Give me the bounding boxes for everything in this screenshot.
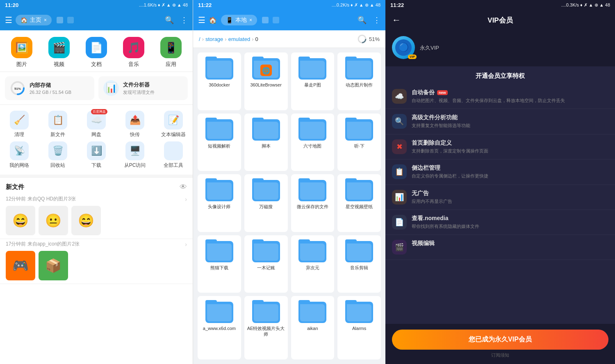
tab-icon-1[interactable]: [57, 17, 63, 23]
tool-transfer-icon: 📤: [125, 111, 144, 130]
folder-icon-f14: [252, 239, 280, 262]
menu-icon-1[interactable]: ☰: [5, 15, 12, 25]
tool-all[interactable]: 全部工具: [157, 141, 190, 169]
folder-name-f3: 暴走P图: [304, 82, 321, 88]
vip-username-wrap: 永久VIP: [420, 43, 439, 52]
file-group-2-arrow[interactable]: ›: [185, 241, 187, 248]
thumb-2[interactable]: 😐: [39, 206, 68, 235]
benefit-videoeditor[interactable]: 🎬视频编辑: [385, 235, 615, 260]
thumb-3[interactable]: 😄: [71, 206, 101, 235]
file-cell-f13[interactable]: 熊猫下载: [198, 235, 241, 293]
time-3: 11:22: [390, 2, 404, 8]
tool-trash-icon: 🗑️: [48, 141, 67, 160]
file-cell-f10[interactable]: 万磁搜: [244, 174, 288, 232]
tab2-icon-1[interactable]: [262, 17, 269, 23]
tool-all-label: 全部工具: [164, 162, 183, 169]
benefit-sidebar[interactable]: 📋侧边栏管理自定义你的专属侧边栏，让操作更快捷: [385, 159, 615, 184]
file-cell-f14[interactable]: 一木记账: [244, 235, 288, 293]
file-cell-f16[interactable]: 音乐剪辑: [337, 235, 381, 293]
local-tab[interactable]: 📱 本地 ×: [221, 15, 257, 25]
signals-3: ....0.3K/s ♦ ✗ ▲ ⊕ ▲ 48: [561, 2, 610, 8]
folder-icon-f1: [205, 57, 233, 80]
file-group-1-arrow[interactable]: ›: [185, 196, 187, 202]
more-icon-2[interactable]: ⋮: [373, 16, 380, 25]
file-cell-f2[interactable]: 🌐360LiteBrowser: [244, 52, 288, 110]
cat-video[interactable]: 🎬 视频: [48, 37, 70, 68]
file-cell-f20[interactable]: Alarms: [337, 296, 381, 359]
home-tab-close[interactable]: ×: [44, 17, 47, 23]
tool-pc[interactable]: 🖥️ 从PC访问: [118, 141, 151, 169]
local-tab-icon: 📱: [226, 17, 233, 23]
tool-editor[interactable]: 📝 文本编辑器: [157, 111, 190, 138]
file-cell-f19[interactable]: aikan: [291, 296, 335, 359]
benefit-home[interactable]: ✖首页删除自定义支持删除首页，深度定制专属操作页面: [385, 134, 615, 159]
tool-netdisk[interactable]: ☁️ 百度网盘 网盘: [80, 111, 113, 138]
vip-sub-text[interactable]: 订阅须知: [392, 352, 608, 358]
benefit-nomedia[interactable]: 📄查看.nomedia帮你找到所有系统隐藏的媒体文件: [385, 210, 615, 235]
more-icon-1[interactable]: ⋮: [180, 16, 188, 25]
folder-name-f20: Alarms: [352, 325, 366, 331]
file-cell-f4[interactable]: 动态图片制作: [337, 52, 381, 110]
file-cell-f3[interactable]: 暴走P图: [291, 52, 335, 110]
home-nav-icon-2[interactable]: 🏠: [209, 16, 217, 24]
benefit-analyze[interactable]: 🔍高级文件分析功能支持重复文件智能筛选等功能: [385, 109, 615, 134]
breadcrumb-storage[interactable]: storage: [205, 36, 223, 42]
search-icon-2[interactable]: 🔍: [358, 16, 367, 25]
tab2-icon-2[interactable]: [273, 17, 279, 23]
file-cell-f18[interactable]: AE特效视频片头大师: [244, 296, 288, 359]
benefit-backup[interactable]: ☁️自动备份new自动把图片、视频、音频、文件夹保存到云盘，释放本地空间，防止文…: [385, 84, 615, 109]
vip-cta-button[interactable]: 您已成为永久VIP会员: [392, 330, 608, 350]
folder-name-f19: aikan: [307, 325, 318, 331]
eye-icon[interactable]: 👁: [180, 183, 187, 191]
analyzer-card[interactable]: 📊 文件分析器 发现可清理文件: [98, 76, 188, 100]
menu-icon-2[interactable]: ☰: [198, 15, 205, 25]
file-cell-f7[interactable]: 六寸地图: [291, 114, 335, 171]
benefit-noad[interactable]: 📊无广告应用内不再显示广告: [385, 185, 615, 210]
folder-name-f8: 听·下: [354, 143, 364, 149]
tool-newfile-label: 新文件: [50, 131, 65, 138]
benefit-icon-analyze: 🔍: [392, 114, 407, 129]
folder-icon-f8: [345, 118, 373, 141]
tool-network[interactable]: 📡 我的网络: [3, 141, 36, 169]
tool-trash[interactable]: 🗑️ 回收站: [41, 141, 74, 169]
internal-storage-card[interactable]: 51% 内部存储 26.32 GB / 51.54 GB: [5, 76, 94, 100]
thumb-app-1[interactable]: 🎮: [6, 251, 35, 280]
tool-newfile[interactable]: 📋 新文件: [41, 111, 74, 138]
avatar-wrap: 🔵 VIP: [392, 36, 415, 59]
file-cell-f6[interactable]: 脚本: [244, 114, 288, 171]
file-cell-f11[interactable]: 微云保存的文件: [291, 174, 335, 232]
file-cell-f12[interactable]: 星空视频壁纸: [337, 174, 381, 232]
thumb-1[interactable]: 😄: [6, 206, 35, 235]
tool-download[interactable]: ⬇️ 下载: [80, 141, 113, 169]
file-cell-f17[interactable]: a_www.x6d.com: [198, 296, 241, 359]
local-tab-close[interactable]: ×: [249, 17, 252, 23]
breadcrumb-root[interactable]: /: [199, 36, 200, 42]
folder-name-f6: 脚本: [262, 143, 271, 149]
tool-transfer[interactable]: 📤 快传: [118, 111, 151, 138]
nav-bar-2: ☰ 🏠 📱 本地 × 🔍 ⋮: [193, 10, 385, 30]
cat-music[interactable]: 🎵 音乐: [123, 37, 144, 68]
cat-app[interactable]: 📱 应用: [160, 37, 182, 68]
sep-2: ›: [225, 36, 226, 42]
file-cell-f1[interactable]: 360docker: [198, 52, 241, 110]
file-cell-f15[interactable]: 异次元: [291, 235, 335, 293]
thumb-app-2[interactable]: 📦: [39, 251, 68, 280]
file-cell-f5[interactable]: 短视频解析: [198, 114, 241, 171]
home-tab[interactable]: 🏠 主页 ×: [16, 15, 52, 25]
cat-doc[interactable]: 📄 文档: [86, 37, 107, 68]
tab-icon-2[interactable]: [67, 17, 74, 23]
folder-icon-f17: [205, 300, 233, 323]
usage-percent: 51%: [369, 36, 380, 42]
search-icon-1[interactable]: 🔍: [165, 16, 174, 25]
cat-app-label: 应用: [166, 61, 176, 68]
file-cell-f8[interactable]: 听·下: [337, 114, 381, 171]
file-grid: 360docker🌐360LiteBrowser暴走P图动态图片制作短视频解析脚…: [193, 48, 385, 364]
back-arrow[interactable]: ←: [392, 15, 401, 25]
breadcrumb-0[interactable]: 0: [255, 36, 258, 42]
tool-clean[interactable]: 🧹 清理: [3, 111, 36, 138]
breadcrumb-emulated[interactable]: emulated: [228, 36, 250, 42]
folder-name-f4: 动态图片制作: [346, 82, 373, 88]
file-cell-f9[interactable]: 头像设计师: [198, 174, 241, 232]
folder-icon-f15: [298, 239, 326, 262]
cat-images[interactable]: 🖼️ 图片: [11, 37, 32, 68]
